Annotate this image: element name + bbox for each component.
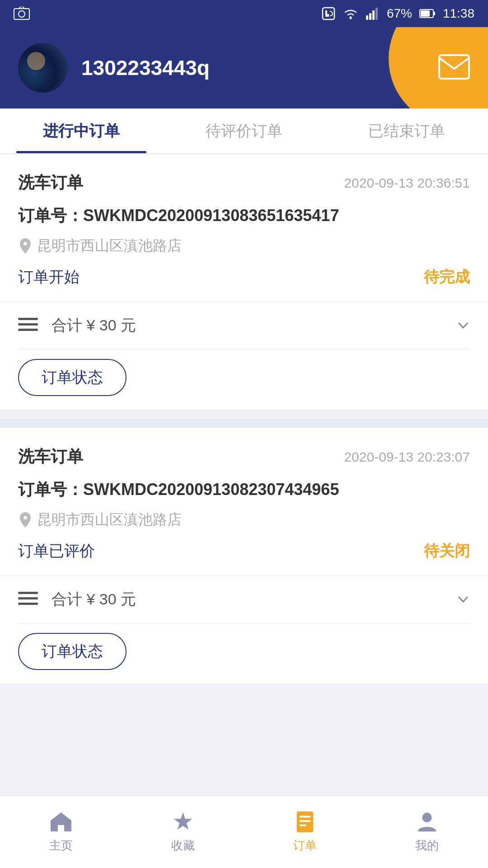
person-icon bbox=[415, 811, 439, 833]
order-time-1: 2020-09-13 20:36:51 bbox=[344, 175, 470, 191]
order-type-1: 洗车订单 bbox=[18, 172, 83, 194]
svg-rect-12 bbox=[18, 318, 38, 320]
avatar-image bbox=[18, 43, 68, 93]
order-status-row-1: 订单开始 待完成 bbox=[18, 267, 470, 288]
order-type-2: 洗车订单 bbox=[18, 446, 83, 468]
nav-mine[interactable]: 我的 bbox=[366, 811, 488, 854]
svg-rect-17 bbox=[18, 603, 38, 605]
order-time-2: 2020-09-13 20:23:07 bbox=[344, 449, 470, 465]
nav-favorites[interactable]: 收藏 bbox=[122, 811, 244, 854]
nav-orders[interactable]: 订单 bbox=[244, 811, 366, 854]
status-left-1: 订单开始 bbox=[18, 267, 80, 288]
status-bar-left bbox=[14, 7, 30, 20]
wifi-icon bbox=[343, 7, 359, 20]
order-status-row-2: 订单已评价 待关闭 bbox=[18, 541, 470, 561]
order-tabs: 进行中订单 待评价订单 已结束订单 bbox=[0, 108, 488, 154]
tab-ongoing[interactable]: 进行中订单 bbox=[0, 108, 163, 153]
photo-icon bbox=[14, 7, 30, 20]
battery-text: 67% bbox=[387, 6, 412, 21]
mail-icon bbox=[438, 54, 470, 80]
content-area: 洗车订单 2020-09-13 20:36:51 订单号：SWKMDC20200… bbox=[0, 154, 488, 774]
order-total-row-1[interactable]: 合计 ¥ 30 元 bbox=[18, 302, 470, 349]
svg-point-1 bbox=[19, 11, 25, 17]
svg-rect-20 bbox=[300, 820, 311, 822]
svg-rect-16 bbox=[18, 597, 38, 599]
nav-home[interactable]: 主页 bbox=[0, 811, 122, 854]
svg-rect-11 bbox=[439, 55, 469, 79]
svg-rect-9 bbox=[433, 12, 435, 15]
total-text-2: 合计 ¥ 30 元 bbox=[52, 589, 443, 610]
svg-rect-5 bbox=[369, 13, 371, 20]
location-text-2: 昆明市西山区滇池路店 bbox=[37, 510, 182, 530]
order-state-btn-1[interactable]: 订单状态 bbox=[18, 359, 127, 396]
nfc-icon bbox=[322, 7, 335, 20]
status-left-2: 订单已评价 bbox=[18, 541, 95, 561]
location-text-1: 昆明市西山区滇池路店 bbox=[37, 236, 182, 256]
svg-rect-10 bbox=[421, 10, 430, 17]
mail-button[interactable] bbox=[438, 54, 470, 81]
location-icon-1 bbox=[18, 237, 33, 255]
svg-rect-7 bbox=[375, 8, 378, 20]
list-icon-1 bbox=[18, 317, 38, 334]
svg-rect-0 bbox=[14, 9, 29, 19]
avatar bbox=[18, 43, 68, 93]
svg-point-3 bbox=[349, 17, 352, 19]
bottom-spacer bbox=[0, 693, 488, 774]
nav-favorites-label: 收藏 bbox=[171, 838, 195, 854]
tab-pending[interactable]: 待评价订单 bbox=[163, 108, 325, 153]
order-location-2: 昆明市西山区滇池路店 bbox=[18, 510, 470, 530]
svg-rect-14 bbox=[18, 329, 38, 331]
location-icon-2 bbox=[18, 511, 33, 528]
order-action-row-2: 订单状态 bbox=[18, 623, 470, 684]
order-card-2: 洗车订单 2020-09-13 20:23:07 订单号：SWKMDC20200… bbox=[0, 428, 488, 684]
order-location-1: 昆明市西山区滇池路店 bbox=[18, 236, 470, 256]
order-total-row-2[interactable]: 合计 ¥ 30 元 bbox=[18, 576, 470, 623]
section-separator bbox=[0, 419, 488, 428]
username: 1302233443q bbox=[81, 56, 438, 80]
order-card-1: 洗车订单 2020-09-13 20:36:51 订单号：SWKMDC20200… bbox=[0, 154, 488, 410]
status-right-1: 待完成 bbox=[424, 267, 470, 288]
svg-point-22 bbox=[422, 813, 432, 822]
home-icon bbox=[49, 811, 73, 833]
svg-rect-6 bbox=[372, 10, 375, 20]
orders-icon bbox=[293, 811, 317, 833]
chevron-icon-2 bbox=[456, 593, 470, 606]
status-right-2: 待关闭 bbox=[424, 541, 470, 561]
order-no-1: 订单号：SWKMDC20200913083651635417 bbox=[18, 205, 470, 227]
nav-mine-label: 我的 bbox=[415, 838, 439, 854]
nav-home-label: 主页 bbox=[49, 838, 73, 854]
order-action-row-1: 订单状态 bbox=[18, 349, 470, 410]
nav-orders-label: 订单 bbox=[293, 838, 317, 854]
svg-rect-19 bbox=[300, 816, 311, 818]
star-icon bbox=[171, 811, 195, 833]
header: 1302233443q bbox=[0, 27, 488, 108]
chevron-icon-1 bbox=[456, 319, 470, 332]
status-bar: 67% 11:38 bbox=[0, 0, 488, 27]
svg-rect-4 bbox=[366, 15, 368, 20]
time-display: 11:38 bbox=[443, 6, 474, 21]
order-state-btn-2[interactable]: 订单状态 bbox=[18, 633, 127, 670]
svg-rect-13 bbox=[18, 323, 38, 326]
tab-ended[interactable]: 已结束订单 bbox=[325, 108, 488, 153]
battery-icon bbox=[419, 9, 436, 19]
bottom-nav: 主页 收藏 订单 我的 bbox=[0, 796, 488, 868]
order-header-1: 洗车订单 2020-09-13 20:36:51 bbox=[18, 172, 470, 194]
status-bar-right: 67% 11:38 bbox=[322, 6, 474, 21]
order-header-2: 洗车订单 2020-09-13 20:23:07 bbox=[18, 446, 470, 468]
signal-icon bbox=[366, 7, 380, 20]
list-icon-2 bbox=[18, 591, 38, 608]
order-no-2: 订单号：SWKMDC20200913082307434965 bbox=[18, 479, 470, 501]
svg-rect-15 bbox=[18, 592, 38, 594]
total-text-1: 合计 ¥ 30 元 bbox=[52, 315, 443, 336]
svg-rect-21 bbox=[300, 825, 306, 826]
